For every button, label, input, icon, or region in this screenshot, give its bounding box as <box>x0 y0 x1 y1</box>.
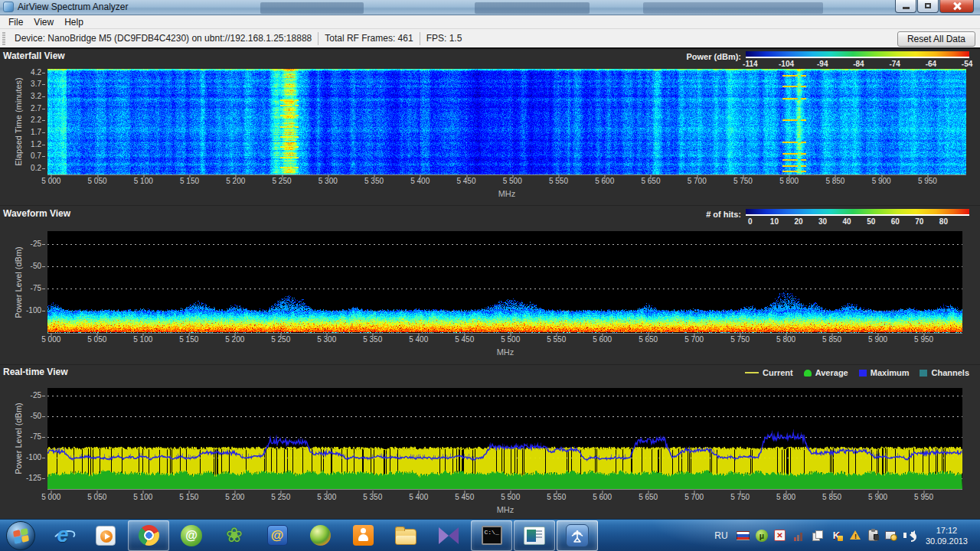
odnoklassniki-icon <box>353 525 374 546</box>
x-tick: 5 800 <box>776 335 795 344</box>
file-explorer-icon <box>395 529 416 545</box>
maximize-icon <box>925 3 931 8</box>
taskbar-chrome[interactable] <box>128 520 169 551</box>
x-tick: 5 050 <box>88 177 107 185</box>
y-tick: -100 <box>26 453 41 461</box>
legend-swatch <box>804 370 812 377</box>
tray-clipboard-plug[interactable] <box>868 530 878 541</box>
taskbar-odnoklassniki[interactable] <box>342 520 384 551</box>
maximize-button[interactable] <box>917 0 939 13</box>
x-tick: 5 200 <box>225 493 244 501</box>
hits-colorbar-label: # of hits: <box>706 210 741 219</box>
taskbar-file-explorer[interactable] <box>385 520 426 551</box>
tray-volume[interactable] <box>903 530 916 541</box>
x-tick: 5 850 <box>822 493 841 501</box>
minimize-icon <box>903 7 910 9</box>
command-prompt-icon: C:\_ <box>482 526 502 545</box>
taskbar-media-player[interactable] <box>85 520 126 551</box>
close-button[interactable] <box>939 0 974 13</box>
x-tick: 5 000 <box>41 493 60 501</box>
x-tick: 5 350 <box>363 493 382 501</box>
waveform-title: Waveform View <box>3 208 70 219</box>
x-tick: 5 900 <box>872 177 891 185</box>
tray-signal-bars[interactable] <box>792 530 805 541</box>
x-tick: 5 550 <box>549 177 568 185</box>
taskbar-icq[interactable]: ❀ <box>214 520 255 551</box>
taskbar-amigo-browser[interactable] <box>299 520 341 551</box>
colorbar-tick: 20 <box>794 217 802 226</box>
legend-swatch <box>920 370 927 377</box>
taskbar-command-prompt[interactable]: C:\_ <box>471 520 512 551</box>
hits-colorbar: # of hits: 01020304050607080 <box>706 209 969 226</box>
y-tick: -50 <box>31 412 41 420</box>
taskbar-mailru-mail[interactable]: @ <box>256 520 298 551</box>
menu-file[interactable]: File <box>3 16 28 28</box>
y-tick: -100 <box>26 306 41 315</box>
x-tick: 5 000 <box>41 335 60 344</box>
window-title: AirView Spectrum Analyzer <box>18 2 129 12</box>
tray-copy-pages[interactable] <box>811 530 824 541</box>
legend-current: Current <box>745 368 793 377</box>
tray-network-warning[interactable] <box>884 530 897 541</box>
y-tick: -50 <box>31 262 41 270</box>
waveform-heatmap <box>47 231 962 334</box>
colorbar-tick: -94 <box>817 60 828 68</box>
clock-date: 30.09.2013 <box>926 536 968 546</box>
x-tick: 5 850 <box>822 335 841 344</box>
x-tick: 5 450 <box>455 335 474 344</box>
airview-icon <box>566 524 589 547</box>
menu-help[interactable]: Help <box>59 16 89 28</box>
taskbar-image-viewer[interactable] <box>514 520 555 551</box>
y-tick: -125 <box>26 474 41 482</box>
tray-language-indicator[interactable]: RU <box>712 530 730 541</box>
colorbar-tick: 40 <box>843 217 851 226</box>
icq-icon: ❀ <box>223 524 246 547</box>
x-tick: 5 000 <box>41 177 60 185</box>
chrome-icon <box>139 525 159 546</box>
waveform-x-unit: MHz <box>497 347 514 357</box>
rf-frames-count: Total RF Frames: 461 <box>318 33 419 44</box>
legend-maximum: Maximum <box>859 368 910 377</box>
statusbar: Device: NanoBridge M5 (DC9FDB4C4230) on … <box>0 29 980 49</box>
minimize-button[interactable] <box>895 0 916 13</box>
y-tick: 1.7 <box>31 128 41 136</box>
colorbar-tick: -114 <box>743 60 757 68</box>
x-tick: 5 650 <box>639 335 658 344</box>
clock[interactable]: 17:12 30.09.2013 <box>923 525 975 546</box>
y-tick: -75 <box>31 284 41 292</box>
tray-utorrent[interactable]: µ <box>756 530 768 542</box>
tray-blocked-alert[interactable]: ✕ <box>774 530 786 541</box>
windows-logo-icon <box>13 528 29 544</box>
x-tick: 5 350 <box>364 177 384 185</box>
x-tick: 5 300 <box>317 335 336 344</box>
taskbar-kmplayer[interactable] <box>428 520 469 551</box>
x-tick: 5 750 <box>730 335 750 344</box>
x-tick: 5 550 <box>547 335 566 344</box>
taskbar-mailru-agent[interactable]: @ <box>171 520 212 551</box>
mailru-agent-icon: @ <box>181 525 202 546</box>
x-tick: 5 750 <box>730 493 750 501</box>
tray-ru-flag[interactable] <box>737 531 750 540</box>
menu-view[interactable]: View <box>28 16 59 28</box>
x-tick: 5 400 <box>409 493 428 501</box>
tray-warning[interactable]: ! <box>849 530 862 541</box>
x-tick: 5 200 <box>226 177 245 185</box>
close-icon <box>953 2 961 10</box>
colorbar-tick: -64 <box>926 60 936 68</box>
x-tick: 5 900 <box>868 493 887 501</box>
y-tick: -25 <box>31 391 41 399</box>
colorbar-tick: -84 <box>853 60 864 68</box>
taskbar-internet-explorer[interactable]: e <box>42 520 83 551</box>
tray-kaspersky[interactable]: K <box>830 530 843 541</box>
y-tick: -75 <box>31 432 41 441</box>
legend-swatch <box>745 372 759 373</box>
x-tick: 5 500 <box>503 177 522 185</box>
y-tick: 0.2 <box>31 164 41 172</box>
clock-time: 17:12 <box>936 525 958 536</box>
reset-all-data-button[interactable]: Reset All Data <box>897 31 975 47</box>
taskbar-airview[interactable] <box>557 520 598 551</box>
toolbar-grip <box>2 31 5 45</box>
start-button[interactable] <box>6 521 35 550</box>
x-tick: 5 550 <box>547 493 566 501</box>
divider <box>0 205 980 206</box>
